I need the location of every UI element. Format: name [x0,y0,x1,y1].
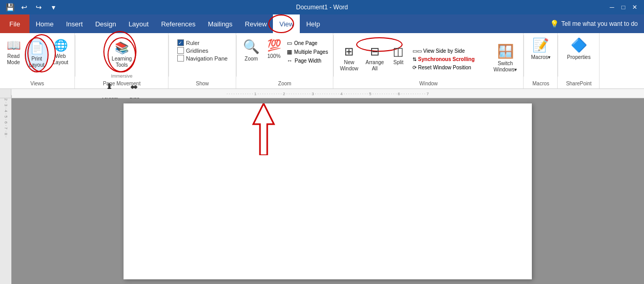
print-layout-button[interactable]: 📄 PrintLayout [25,37,49,72]
learning-tools-button[interactable]: 📚 LearningTools [108,37,136,72]
window-top-buttons: ⊞ NewWindow ⊟ ArrangeAll ◫ Split [337,43,409,73]
multiple-pages-icon: ▦ [287,49,292,55]
100-percent-icon: 💯 [267,39,281,52]
views-group: 📖 ReadMode 📄 PrintLayout 🌐 WebLayout Vie… [0,33,75,88]
zoom-icon: 🔍 [243,39,259,55]
navigation-pane-label: Navigation Pane [186,55,228,62]
sharepoint-group-label: SharePoint [558,81,599,86]
arrange-all-icon: ⊟ [370,45,379,58]
new-window-label: NewWindow [340,59,359,72]
ruler-checkbox[interactable]: ✓ Ruler [177,39,228,46]
close-button[interactable]: ✕ [630,2,640,12]
save-icon[interactable]: 💾 [4,2,16,13]
page-width-button[interactable]: ↔ Page Width [285,57,330,64]
learning-tools-icon: 📚 [115,41,129,55]
switch-windows-button[interactable]: 🪟 SwitchWindows▾ [490,42,520,74]
print-layout-icon: 📄 [30,41,44,55]
properties-button[interactable]: 🔷 Properties [564,35,594,62]
reset-window-position-icon: ⟳ [412,65,417,70]
switch-windows-icon: 🪟 [497,43,514,59]
view-side-by-side-button[interactable]: ▭▭ View Side by Side [411,48,488,54]
home-menu-item[interactable]: Home [29,14,60,33]
zoom-button[interactable]: 🔍 Zoom [240,37,263,64]
show-group: ✓ Ruler Gridlines Navigation Pane Show [169,33,236,88]
web-layout-button[interactable]: 🌐 WebLayout [50,37,71,67]
help-menu-item[interactable]: Help [300,14,326,33]
svg-text:· 1 · 2 · 3 · 4 · 5 · 6 · 7 · : · 1 · 2 · 3 · 4 · 5 · 6 · 7 · 8 · [4,98,8,138]
read-mode-button[interactable]: 📖 ReadMode [3,37,24,67]
layout-menu-item[interactable]: Layout [122,14,155,33]
one-page-label: One Page [294,40,317,46]
insert-menu-item[interactable]: Insert [60,14,89,33]
zoom-label: Zoom [244,56,258,62]
document-page [124,103,532,279]
zoom-group: 🔍 Zoom 💯 100% ▭ One Page ▦ Multiple Page… [237,33,333,88]
file-menu-item[interactable]: File [0,14,29,33]
ruler-corner [0,89,11,98]
ruler-area: · · · · · · · · · · · · 1 · · · · · · · … [0,89,644,98]
mailings-menu-item[interactable]: Mailings [202,14,239,33]
redo-icon[interactable]: ↪ [33,2,44,13]
page-width-icon: ↔ [287,57,293,64]
view-menu-item[interactable]: View [273,14,300,33]
page-width-label: Page Width [295,58,321,64]
macros-group-label: Macros [524,81,557,86]
window-sub-options: ▭▭ View Side by Side ⇅ Synchronous Scrol… [411,43,488,71]
customize-qat-icon[interactable]: ▾ [48,2,59,13]
document-area: · 1 · 2 · 3 · 4 · 5 · 6 · 7 · 8 · [0,98,644,284]
macros-label: Macros▾ [531,54,550,61]
switch-windows-label: SwitchWindows▾ [494,61,517,73]
title-bar-title: Document1 - Word [296,4,348,11]
vertical-ruler-svg: · 1 · 2 · 3 · 4 · 5 · 6 · 7 · 8 · [0,98,11,284]
reset-window-position-button[interactable]: ⟳ Reset Window Position [411,64,488,71]
split-label: Split [393,59,403,66]
window-group: ⊞ NewWindow ⊟ ArrangeAll ◫ Split ▭▭ View… [334,33,524,88]
multiple-pages-label: Multiple Pages [294,49,328,55]
ruler-svg: · · · · · · · · · · · · 1 · · · · · · · … [11,89,644,98]
window-group-label: Window [334,81,524,86]
ruler-label: Ruler [186,40,200,46]
synchronous-scrolling-icon: ⇅ [412,56,417,62]
maximize-button[interactable]: □ [618,2,628,12]
one-page-icon: ▭ [287,40,292,47]
undo-icon[interactable]: ↩ [19,2,30,13]
properties-label: Properties [567,54,591,61]
macros-button[interactable]: 📝 Macros▾ [528,35,554,62]
read-mode-label: ReadMode [7,53,20,66]
100-percent-button[interactable]: 💯 100% [264,37,284,64]
reset-window-position-label: Reset Window Position [418,65,471,70]
ribbon: 📖 ReadMode 📄 PrintLayout 🌐 WebLayout Vie… [0,33,644,89]
new-window-button[interactable]: ⊞ NewWindow [337,43,362,73]
macros-icon: 📝 [532,37,549,53]
navigation-pane-checkbox[interactable]: Navigation Pane [177,55,228,62]
multiple-pages-button[interactable]: ▦ Multiple Pages [285,48,330,56]
navigation-pane-checkbox-box[interactable] [177,55,184,62]
switch-windows-container: 🪟 SwitchWindows▾ [490,40,520,74]
design-menu-item[interactable]: Design [89,14,122,33]
split-button[interactable]: ◫ Split [388,43,409,73]
page-movement-label: Page Movement [75,81,168,86]
page-area[interactable] [11,98,644,284]
review-menu-item[interactable]: Review [239,14,273,33]
references-menu-item[interactable]: References [155,14,202,33]
views-group-label: Views [0,81,74,86]
sharepoint-group: 🔷 Properties SharePoint [558,33,600,88]
synchronous-scrolling-button[interactable]: ⇅ Synchronous Scrolling [411,56,488,63]
gridlines-label: Gridlines [186,48,208,54]
immersive-label: Immersive [111,73,133,79]
web-layout-icon: 🌐 [54,39,68,52]
title-bar: 💾 ↩ ↪ ▾ Document1 - Word ─ □ ✕ [0,0,644,14]
show-checkboxes: ✓ Ruler Gridlines Navigation Pane [177,35,228,62]
immersive-buttons: 📚 LearningTools [108,35,136,72]
tell-me-text[interactable]: Tell me what you want to do [561,20,638,27]
tell-me-bar[interactable]: 💡 Tell me what you want to do [544,20,644,28]
one-page-button[interactable]: ▭ One Page [285,39,330,47]
gridlines-checkbox[interactable]: Gridlines [177,47,228,54]
arrange-all-button[interactable]: ⊟ ArrangeAll [362,43,387,73]
100-percent-label: 100% [267,53,281,59]
lightbulb-icon: 💡 [550,20,559,28]
ruler-checkbox-box[interactable]: ✓ [177,39,184,46]
gridlines-checkbox-box[interactable] [177,47,184,54]
minimize-button[interactable]: ─ [607,2,617,12]
web-layout-label: WebLayout [53,53,68,66]
